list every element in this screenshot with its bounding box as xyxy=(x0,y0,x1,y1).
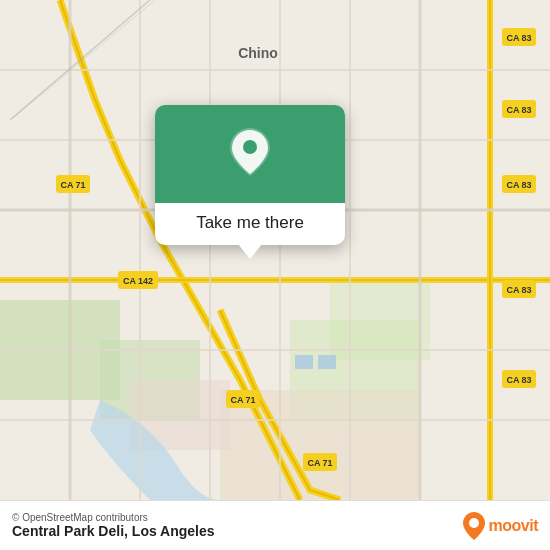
bottom-left: © OpenStreetMap contributors Central Par… xyxy=(12,512,215,539)
map-container[interactable]: CA 71 CA 142 CA 71 CA 71 CA 83 CA 83 CA … xyxy=(0,0,550,500)
svg-text:Chino: Chino xyxy=(238,45,278,61)
location-icon-container xyxy=(228,127,272,177)
svg-rect-7 xyxy=(295,355,313,369)
svg-text:CA 83: CA 83 xyxy=(506,105,531,115)
svg-rect-4 xyxy=(330,280,430,360)
take-me-there-button[interactable]: Take me there xyxy=(155,203,345,245)
popup-tail xyxy=(238,244,262,259)
svg-text:CA 71: CA 71 xyxy=(230,395,255,405)
bottom-bar: © OpenStreetMap contributors Central Par… xyxy=(0,500,550,550)
moovit-pin-icon xyxy=(463,512,485,540)
popup-green-header xyxy=(155,105,345,203)
osm-credit: © OpenStreetMap contributors xyxy=(12,512,215,523)
svg-point-46 xyxy=(469,518,479,528)
location-name: Central Park Deli, Los Angeles xyxy=(12,523,215,539)
popup-card: Take me there xyxy=(155,105,345,245)
svg-text:CA 71: CA 71 xyxy=(307,458,332,468)
svg-text:CA 83: CA 83 xyxy=(506,33,531,43)
map-svg: CA 71 CA 142 CA 71 CA 71 CA 83 CA 83 CA … xyxy=(0,0,550,500)
location-pin-icon xyxy=(230,128,270,176)
moovit-text: moovit xyxy=(489,517,538,535)
svg-text:CA 71: CA 71 xyxy=(60,180,85,190)
svg-rect-8 xyxy=(318,355,336,369)
svg-text:CA 142: CA 142 xyxy=(123,276,153,286)
svg-text:CA 83: CA 83 xyxy=(506,285,531,295)
moovit-logo: moovit xyxy=(463,512,538,540)
svg-text:CA 83: CA 83 xyxy=(506,375,531,385)
svg-point-45 xyxy=(243,140,257,154)
svg-text:CA 83: CA 83 xyxy=(506,180,531,190)
